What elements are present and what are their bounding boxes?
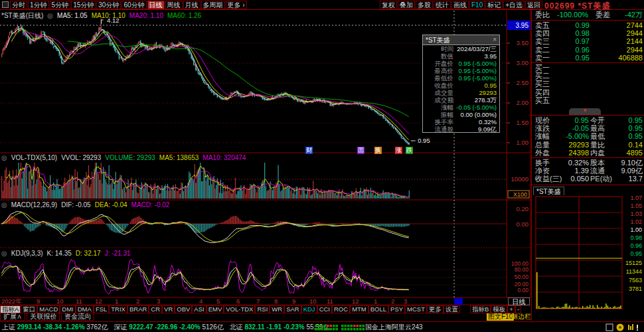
tooltip-row: 最高价0.95 (-5.00%) xyxy=(423,67,499,74)
tool-btn-7[interactable]: +自选 xyxy=(503,1,524,9)
tool-btn-1[interactable]: 叠加 xyxy=(398,1,415,9)
divider xyxy=(532,115,644,116)
month-label: 4 xyxy=(199,297,202,305)
ask-row-3[interactable]: 卖三0.972144 xyxy=(532,37,644,45)
ext-btn-0[interactable]: 扩展∧ xyxy=(0,313,25,321)
tooltip-row: 换手率0.32% xyxy=(423,118,499,125)
info-row: 外盘24398 内盘4895 xyxy=(532,149,644,157)
ask-row-5[interactable]: 卖五0.992744 xyxy=(532,21,644,29)
ask-row-4[interactable]: 卖四0.982944 xyxy=(532,29,644,37)
index-quote-深证[interactable]: 深证 9222.47 -226.96 -2.40% 5126亿 xyxy=(114,323,224,331)
server-name[interactable]: 国金上海阿里云243 xyxy=(365,322,423,332)
period-btn-10[interactable]: 更多 › xyxy=(226,1,247,9)
info-row: 涨跌-0.05 最高0.95 xyxy=(532,124,644,132)
divider xyxy=(532,20,644,21)
ask-row-1[interactable]: 卖一0.95406888 xyxy=(532,54,644,62)
pane-title: *ST美盛(日线) xyxy=(1,12,43,19)
tool-btn-3[interactable]: 统计 xyxy=(434,1,451,9)
tool-btn-2[interactable]: 多股 xyxy=(416,1,433,9)
indicator-value: DEA: -0.04 xyxy=(95,201,127,208)
indicator-value: VOLUME: 29293 xyxy=(105,154,155,161)
period-btn-6[interactable]: 日线 xyxy=(147,1,165,9)
period-btn-2[interactable]: 5分钟 xyxy=(50,1,71,9)
event-icon-换[interactable]: 换 xyxy=(374,147,382,154)
ext-btn-1[interactable]: 关联报价 xyxy=(27,313,60,321)
period-tab[interactable]: 日线 xyxy=(508,297,530,305)
svg-text:80.00: 80.00 xyxy=(515,266,529,273)
status-bar: 上证 2993.14 -38.34 -1.26% 3762亿深证 9222.47… xyxy=(0,321,644,332)
event-icon-跌[interactable]: 跌 xyxy=(406,147,413,154)
ext-btn-2[interactable]: 资金流向 xyxy=(61,313,94,321)
period-toolbar: 分时1分钟5分钟15分钟30分钟60分钟日线周线月线多周期更多 › xyxy=(10,1,248,13)
candle-info-tooltip: *ST美盛× 时间2024/03/27/三数值3.95开盘价0.95 (-5.0… xyxy=(422,35,500,133)
time-axis: 2022年 9101112123456789101112123 日线 xyxy=(0,297,531,305)
indicator-value: MA10: 1.10 xyxy=(92,12,125,19)
mini-price-label: 1.02 xyxy=(630,218,642,225)
mini-vol-label: 11344 xyxy=(626,268,642,275)
indicator-tab-模板[interactable]: 模板 xyxy=(491,305,507,313)
bid-row-2[interactable]: 买二 xyxy=(532,72,644,80)
tooltip-row: 最低价0.95 (-5.00%) xyxy=(423,74,499,82)
status-icons[interactable] xyxy=(605,323,642,332)
period-btn-5[interactable]: 60分钟 xyxy=(121,1,146,9)
tool-btn-0[interactable]: 复权 xyxy=(380,1,397,9)
tool-btn-5[interactable]: F10 xyxy=(469,1,485,9)
event-icon-囯[interactable]: 囯 xyxy=(357,147,364,154)
quote-panel-stock-tab[interactable]: *ST美盛 xyxy=(533,187,564,195)
toggle-icon[interactable]: ◎ xyxy=(1,201,7,208)
svg-text:1.00: 1.00 xyxy=(517,139,529,146)
period-btn-0[interactable]: 分时 xyxy=(10,1,27,9)
bid-row-3[interactable]: 买三 xyxy=(532,80,644,88)
event-icon-涨[interactable]: 涨 xyxy=(395,147,402,154)
toggle-icon[interactable]: ◎ xyxy=(1,250,7,257)
tooltip-title: *ST美盛× xyxy=(423,35,499,45)
period-btn-7[interactable]: 周线 xyxy=(165,1,183,9)
svg-text:X100: X100 xyxy=(513,191,527,198)
mini-vol-label: 3781 xyxy=(629,286,642,292)
tool-btn-4[interactable]: 画线 xyxy=(451,1,469,9)
tdx-app: 3.503.002.502.001.501.004.120.953.951000… xyxy=(0,0,644,332)
panel-collapse-handle[interactable]: ▼ xyxy=(569,108,601,115)
stock-code-header: 002699 *ST美盛 xyxy=(544,1,610,12)
toggle-icon[interactable]: ◎ xyxy=(47,12,53,19)
close-icon[interactable]: × xyxy=(493,36,497,43)
period-btn-3[interactable]: 15分钟 xyxy=(71,1,96,9)
tools-toolbar: 复权叠加多股统计画线F10标记+自选返回 xyxy=(380,1,543,13)
indicator-tab-指标B[interactable]: 指标B xyxy=(470,305,491,313)
index-quote-上证[interactable]: 上证 2993.14 -38.34 -1.26% 3762亿 xyxy=(2,323,108,331)
period-btn-9[interactable]: 多周期 xyxy=(201,1,225,9)
indicator-tab--[interactable]: - xyxy=(515,305,521,313)
bid-row-5[interactable]: 买五 xyxy=(532,96,644,104)
svg-text:50.00: 50.00 xyxy=(515,274,529,280)
month-label: 6 xyxy=(236,297,240,305)
mini-price-label: 0.98 xyxy=(630,234,642,241)
indicator-value: MACD: -0.02 xyxy=(131,201,170,208)
svg-text:0.00: 0.00 xyxy=(517,220,529,228)
period-btn-8[interactable]: 月线 xyxy=(183,1,201,9)
app-window-icon[interactable] xyxy=(2,1,9,8)
bid-row-1[interactable]: 买一 xyxy=(532,64,644,72)
month-label: 8 xyxy=(274,297,278,305)
tool-btn-6[interactable]: 标记 xyxy=(485,1,503,9)
indicator-value: D: 32.17 xyxy=(76,250,101,257)
bid-row-4[interactable]: 买四 xyxy=(532,88,644,96)
tool-btn-8[interactable]: 返回 xyxy=(525,1,542,9)
svg-text:0.00: 0.00 xyxy=(517,287,528,293)
ask-row-2[interactable]: 卖二0.962944 xyxy=(532,46,644,54)
mini-price-label: 1.00 xyxy=(630,226,642,233)
period-btn-1[interactable]: 1分钟 xyxy=(28,1,49,9)
indicator-value: MACD(12,26,9) xyxy=(11,201,57,208)
info-row: 现价0.95 今开0.95 xyxy=(532,116,644,124)
month-label: 12 xyxy=(352,297,359,305)
divider xyxy=(532,157,644,158)
event-icon-财[interactable]: 财 xyxy=(305,147,313,154)
volume-pane-header: ◎VOL-TDX(5,10)VVOL: 29293VOLUME: 29293MA… xyxy=(1,154,250,161)
month-label: 7 xyxy=(256,297,260,305)
mini-price-label: 0.96 xyxy=(630,242,642,249)
svg-text:10000: 10000 xyxy=(511,175,528,183)
indicator-value: J: -21.31 xyxy=(105,250,131,257)
main-pane-header: *ST美盛(日线)◎MA5: 1.05MA10: 1.10MA20: 1.10M… xyxy=(1,11,205,21)
toggle-icon[interactable]: ◎ xyxy=(1,154,7,161)
period-btn-4[interactable]: 30分钟 xyxy=(96,1,121,9)
indicator-tab-+[interactable]: + xyxy=(507,305,515,313)
